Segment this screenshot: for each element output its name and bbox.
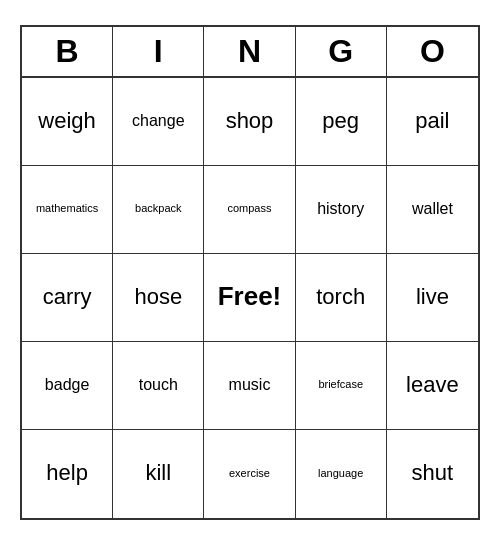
cell-label: history	[317, 199, 364, 218]
bingo-cell: compass	[204, 166, 295, 254]
bingo-cell: carry	[22, 254, 113, 342]
bingo-cell: wallet	[387, 166, 478, 254]
cell-label: shut	[412, 460, 454, 486]
cell-label: kill	[145, 460, 171, 486]
cell-label: shop	[226, 108, 274, 134]
cell-label: badge	[45, 375, 90, 394]
header-letter: N	[204, 27, 295, 76]
header-letter: O	[387, 27, 478, 76]
cell-label: weigh	[38, 108, 95, 134]
cell-label: compass	[227, 202, 271, 215]
bingo-cell: touch	[113, 342, 204, 430]
bingo-cell: exercise	[204, 430, 295, 518]
cell-label: backpack	[135, 202, 181, 215]
bingo-cell: Free!	[204, 254, 295, 342]
cell-label: change	[132, 111, 185, 130]
bingo-cell: peg	[296, 78, 387, 166]
cell-label: exercise	[229, 467, 270, 480]
cell-label: torch	[316, 284, 365, 310]
bingo-cell: live	[387, 254, 478, 342]
bingo-header: BINGO	[22, 27, 478, 78]
bingo-cell: shop	[204, 78, 295, 166]
cell-label: music	[229, 375, 271, 394]
bingo-cell: help	[22, 430, 113, 518]
bingo-cell: mathematics	[22, 166, 113, 254]
cell-label: carry	[43, 284, 92, 310]
bingo-cell: badge	[22, 342, 113, 430]
bingo-grid: weighchangeshoppegpailmathematicsbackpac…	[22, 78, 478, 518]
bingo-cell: torch	[296, 254, 387, 342]
cell-label: hose	[134, 284, 182, 310]
cell-label: pail	[415, 108, 449, 134]
bingo-cell: history	[296, 166, 387, 254]
header-letter: I	[113, 27, 204, 76]
bingo-cell: shut	[387, 430, 478, 518]
cell-label: peg	[322, 108, 359, 134]
bingo-cell: briefcase	[296, 342, 387, 430]
cell-label: leave	[406, 372, 459, 398]
bingo-cell: pail	[387, 78, 478, 166]
cell-label: help	[46, 460, 88, 486]
cell-label: wallet	[412, 199, 453, 218]
cell-label: briefcase	[318, 378, 363, 391]
bingo-cell: language	[296, 430, 387, 518]
bingo-cell: leave	[387, 342, 478, 430]
header-letter: G	[296, 27, 387, 76]
bingo-card: BINGO weighchangeshoppegpailmathematicsb…	[20, 25, 480, 520]
bingo-cell: hose	[113, 254, 204, 342]
bingo-cell: change	[113, 78, 204, 166]
header-letter: B	[22, 27, 113, 76]
cell-label: Free!	[218, 281, 282, 312]
bingo-cell: weigh	[22, 78, 113, 166]
cell-label: language	[318, 467, 363, 480]
bingo-cell: backpack	[113, 166, 204, 254]
bingo-cell: music	[204, 342, 295, 430]
cell-label: live	[416, 284, 449, 310]
cell-label: mathematics	[36, 202, 98, 215]
cell-label: touch	[139, 375, 178, 394]
bingo-cell: kill	[113, 430, 204, 518]
